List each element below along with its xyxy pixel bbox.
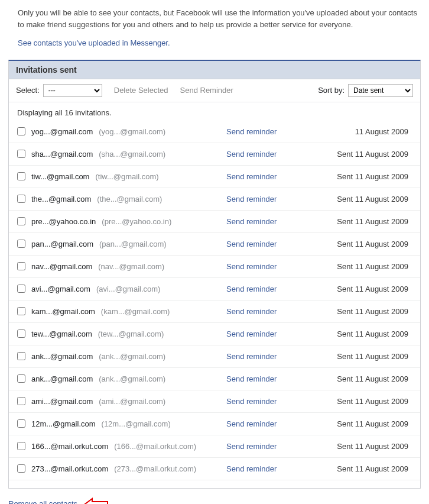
send-reminder-link[interactable]: Send reminder — [226, 329, 303, 338]
row-checkbox[interactable] — [17, 464, 25, 473]
table-row: kam...@gmail.com(kam...@gmail.com)Send r… — [9, 300, 420, 322]
send-reminder-link[interactable]: Send reminder — [226, 150, 303, 159]
contact-email-duplicate: (ank...@gmail.com) — [99, 374, 165, 383]
sent-date: Sent 11 August 2009 — [303, 397, 412, 406]
row-checkbox[interactable] — [17, 374, 25, 383]
contact-email: avi...@gmail.com — [31, 285, 90, 293]
panel-title: Invitations sent — [9, 61, 420, 79]
sent-date: 11 August 2009 — [303, 127, 412, 136]
row-checkbox[interactable] — [17, 262, 25, 270]
row-checkbox[interactable] — [17, 397, 25, 405]
contact-email-duplicate: (12m...@gmail.com) — [102, 419, 171, 428]
row-checkbox[interactable] — [17, 285, 25, 293]
row-checkbox[interactable] — [17, 172, 25, 180]
contact-email: tew...@gmail.com — [31, 329, 92, 338]
send-reminder-link[interactable]: Send reminder — [226, 195, 303, 203]
contact-email-duplicate: (the...@gmail.com) — [97, 195, 162, 203]
row-checkbox[interactable] — [17, 150, 25, 158]
contact-email: 166...@mail.orkut.com — [31, 442, 108, 451]
sent-date: Sent 11 August 2009 — [303, 374, 412, 383]
contact-email: ank...@gmail.com — [31, 352, 93, 361]
contact-email-duplicate: (tew...@gmail.com) — [98, 329, 164, 338]
send-reminder-link[interactable]: Send reminder — [226, 285, 303, 293]
row-checkbox[interactable] — [17, 419, 25, 428]
select-label: Select: — [16, 86, 40, 95]
arrow-annotation-icon — [83, 497, 108, 505]
sent-date: Sent 11 August 2009 — [303, 442, 412, 451]
row-checkbox[interactable] — [17, 329, 25, 338]
send-reminder-link[interactable]: Send reminder — [226, 397, 303, 406]
sent-date: Sent 11 August 2009 — [303, 419, 412, 428]
send-reminder-link[interactable]: Send reminder — [226, 464, 303, 473]
table-row: ank...@gmail.com(ank...@gmail.com)Send r… — [9, 345, 420, 367]
send-reminder-link[interactable]: Send reminder — [226, 419, 303, 428]
sent-date: Sent 11 August 2009 — [303, 195, 412, 203]
contact-email: ank...@gmail.com — [31, 374, 93, 383]
contact-email-duplicate: (ami...@gmail.com) — [99, 397, 165, 406]
row-checkbox[interactable] — [17, 217, 25, 225]
row-checkbox[interactable] — [17, 240, 25, 248]
contact-email: the...@gmail.com — [31, 195, 91, 203]
contact-email-duplicate: (ank...@gmail.com) — [99, 352, 165, 361]
intro-text: Only you will be able to see your contac… — [18, 8, 417, 29]
display-summary: Displaying all 16 invitations. — [9, 102, 420, 121]
table-row: nav...@gmail.com(nav...@gmail.com)Send r… — [9, 255, 420, 277]
contact-email: pre...@yahoo.co.in — [31, 217, 96, 226]
delete-selected-button[interactable]: Delete Selected — [114, 86, 168, 95]
sent-date: Sent 11 August 2009 — [303, 285, 412, 293]
send-reminder-button[interactable]: Send Reminder — [180, 86, 233, 95]
row-checkbox[interactable] — [17, 127, 25, 135]
table-row: avi...@gmail.com(avi...@gmail.com)Send r… — [9, 277, 420, 300]
invitations-panel: Invitations sent Select: --- Delete Sele… — [8, 60, 421, 489]
table-row: sha...@gmail.com(sha...@gmail.com)Send r… — [9, 143, 420, 165]
contact-email: 12m...@gmail.com — [31, 419, 96, 428]
sent-date: Sent 11 August 2009 — [303, 329, 412, 338]
remove-all-contacts-link[interactable]: Remove all contacts — [8, 499, 77, 504]
contact-email-duplicate: (166...@mail.orkut.com) — [114, 442, 196, 451]
messenger-contacts-link[interactable]: See contacts you've uploaded in Messenge… — [18, 38, 170, 47]
contact-email: pan...@gmail.com — [31, 240, 93, 248]
send-reminder-link[interactable]: Send reminder — [226, 442, 303, 451]
contact-email: tiw...@gmail.com — [31, 172, 89, 181]
contact-email: ami...@gmail.com — [31, 397, 93, 406]
row-checkbox[interactable] — [17, 442, 25, 450]
contact-email-duplicate: (sha...@gmail.com) — [99, 150, 165, 159]
send-reminder-link[interactable]: Send reminder — [226, 307, 303, 316]
contact-email-duplicate: (pre...@yahoo.co.in) — [102, 217, 171, 226]
sent-date: Sent 11 August 2009 — [303, 352, 412, 361]
send-reminder-link[interactable]: Send reminder — [226, 127, 303, 136]
sent-date: Sent 11 August 2009 — [303, 172, 412, 181]
table-row: 12m...@gmail.com(12m...@gmail.com)Send r… — [9, 412, 420, 435]
table-row: tiw...@gmail.com(tiw...@gmail.com)Send r… — [9, 165, 420, 188]
contact-email: 273...@mail.orkut.com — [31, 464, 108, 473]
contact-email: nav...@gmail.com — [31, 262, 92, 271]
table-row: the...@gmail.com(the...@gmail.com)Send r… — [9, 188, 420, 210]
sent-date: Sent 11 August 2009 — [303, 262, 412, 271]
send-reminder-link[interactable]: Send reminder — [226, 262, 303, 271]
row-checkbox[interactable] — [17, 307, 25, 315]
sort-dropdown[interactable]: Date sent — [348, 84, 413, 97]
sent-date: Sent 11 August 2009 — [303, 307, 412, 316]
sent-date: Sent 11 August 2009 — [303, 240, 412, 248]
contact-email-duplicate: (nav...@gmail.com) — [98, 262, 164, 271]
table-row: tew...@gmail.com(tew...@gmail.com)Send r… — [9, 322, 420, 345]
table-row: yog...@gmail.com(yog...@gmail.com)Send r… — [9, 121, 420, 143]
table-row: 166...@mail.orkut.com(166...@mail.orkut.… — [9, 435, 420, 457]
contact-email: yog...@gmail.com — [31, 127, 93, 136]
send-reminder-link[interactable]: Send reminder — [226, 240, 303, 248]
send-reminder-link[interactable]: Send reminder — [226, 172, 303, 181]
table-row: ami...@gmail.com(ami...@gmail.com)Send r… — [9, 390, 420, 412]
contact-email-duplicate: (avi...@gmail.com) — [96, 285, 161, 293]
send-reminder-link[interactable]: Send reminder — [226, 352, 303, 361]
select-dropdown[interactable]: --- — [43, 84, 102, 97]
row-checkbox[interactable] — [17, 352, 25, 360]
contact-email-duplicate: (pan...@gmail.com) — [99, 240, 167, 248]
contact-email-duplicate: (tiw...@gmail.com) — [95, 172, 158, 181]
send-reminder-link[interactable]: Send reminder — [226, 217, 303, 226]
row-checkbox[interactable] — [17, 195, 25, 203]
sent-date: Sent 11 August 2009 — [303, 217, 412, 226]
table-row: 273...@mail.orkut.com(273...@mail.orkut.… — [9, 457, 420, 480]
contact-email: kam...@gmail.com — [31, 307, 95, 316]
table-row: pan...@gmail.com(pan...@gmail.com)Send r… — [9, 232, 420, 255]
send-reminder-link[interactable]: Send reminder — [226, 374, 303, 383]
